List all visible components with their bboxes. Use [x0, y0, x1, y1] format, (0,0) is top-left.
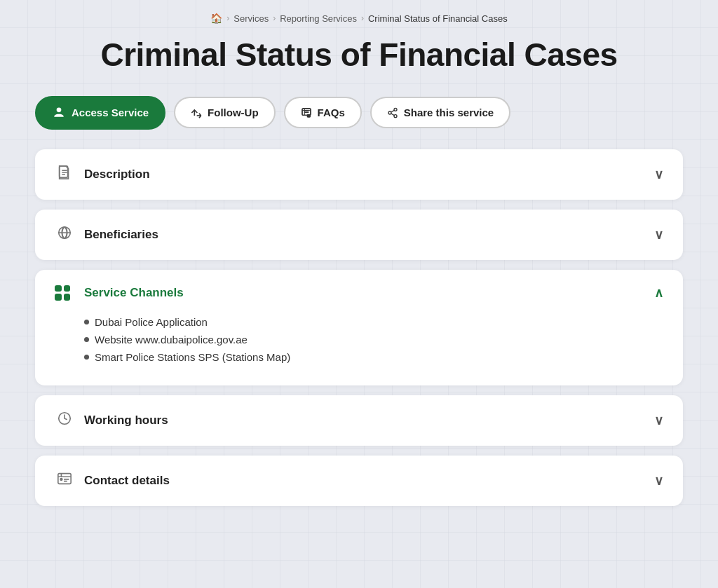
service-channels-section: Service Channels ∧ Dubai Police Applicat… [35, 270, 683, 385]
svg-rect-4 [302, 109, 311, 115]
service-channels-icon [55, 285, 74, 301]
breadcrumb-services[interactable]: Services [233, 13, 269, 24]
channel-item-1-text: Dubai Police Application [95, 316, 208, 328]
faqs-label: FAQs [318, 107, 345, 118]
breadcrumb-separator: › [226, 13, 229, 23]
service-channels-header[interactable]: Service Channels ∧ [35, 270, 683, 316]
action-buttons-row: Access Service Follow-Up FAQs [35, 96, 683, 130]
description-section: Description ∨ [35, 149, 683, 200]
working-hours-title: Working hours [84, 413, 168, 428]
working-hours-header-left: Working hours [55, 411, 168, 430]
access-service-button[interactable]: Access Service [35, 96, 165, 130]
person-icon [52, 106, 66, 120]
channel-item-1: Dubai Police Application [84, 316, 663, 328]
description-title: Description [84, 167, 150, 182]
working-hours-chevron: ∨ [654, 413, 663, 428]
service-channels-body: Dubai Police Application Website www.dub… [35, 316, 683, 385]
working-hours-icon [55, 411, 74, 430]
beneficiaries-header-left: Beneficiaries [55, 225, 158, 245]
breadcrumb-current: Criminal Status of Financial Cases [368, 13, 508, 24]
working-hours-section: Working hours ∨ [35, 395, 683, 446]
beneficiaries-chevron: ∨ [654, 227, 663, 242]
svg-point-26 [60, 478, 62, 480]
channel-item-3: Smart Police Stations SPS (Stations Map) [84, 351, 663, 363]
channel-item-2-text: Website www.dubaipolice.gov.ae [95, 334, 248, 346]
share-service-label: Share this service [404, 107, 494, 118]
service-channels-header-left: Service Channels [55, 285, 184, 301]
contact-details-section: Contact details ∨ [35, 456, 683, 506]
service-channels-chevron: ∧ [654, 285, 663, 301]
contact-details-chevron: ∨ [654, 473, 663, 488]
beneficiaries-icon [55, 225, 74, 245]
page-title: Criminal Status of Financial Cases [35, 36, 683, 74]
access-service-label: Access Service [72, 107, 149, 118]
breadcrumb-separator-3: › [361, 13, 364, 23]
svg-rect-6 [302, 109, 311, 115]
svg-point-11 [388, 111, 391, 114]
service-channels-title: Service Channels [84, 286, 184, 300]
contact-details-icon [55, 471, 74, 491]
svg-point-10 [394, 108, 397, 111]
breadcrumb: 🏠 › Services › Reporting Services › Crim… [35, 13, 683, 24]
home-icon: 🏠 [210, 13, 222, 24]
description-chevron: ∨ [654, 167, 663, 182]
svg-point-0 [57, 107, 62, 112]
description-header-left: Description [55, 165, 150, 184]
working-hours-header[interactable]: Working hours ∨ [35, 395, 683, 446]
svg-line-14 [391, 110, 394, 112]
description-header[interactable]: Description ∨ [35, 149, 683, 200]
svg-rect-15 [60, 166, 68, 178]
contact-details-header[interactable]: Contact details ∨ [35, 456, 683, 506]
grid-icon [55, 285, 70, 301]
follow-up-label: Follow-Up [208, 107, 258, 118]
svg-line-13 [391, 114, 394, 116]
contact-details-title: Contact details [84, 474, 170, 488]
svg-point-12 [394, 115, 397, 118]
followup-icon [191, 107, 202, 118]
breadcrumb-separator-2: › [273, 13, 276, 23]
channel-item-3-text: Smart Police Stations SPS (Stations Map) [95, 351, 290, 363]
faq-icon [301, 107, 312, 118]
channel-item-2: Website www.dubaipolice.gov.ae [84, 334, 663, 346]
svg-rect-9 [307, 115, 310, 117]
faqs-button[interactable]: FAQs [284, 97, 362, 128]
share-service-button[interactable]: Share this service [370, 97, 510, 128]
service-channels-list: Dubai Police Application Website www.dub… [84, 316, 663, 363]
share-icon [387, 107, 398, 118]
follow-up-button[interactable]: Follow-Up [174, 97, 275, 128]
beneficiaries-section: Beneficiaries ∨ [35, 210, 683, 260]
breadcrumb-reporting[interactable]: Reporting Services [280, 13, 357, 24]
beneficiaries-header[interactable]: Beneficiaries ∨ [35, 210, 683, 260]
beneficiaries-title: Beneficiaries [84, 228, 158, 242]
contact-details-header-left: Contact details [55, 471, 170, 491]
description-icon [55, 165, 74, 184]
